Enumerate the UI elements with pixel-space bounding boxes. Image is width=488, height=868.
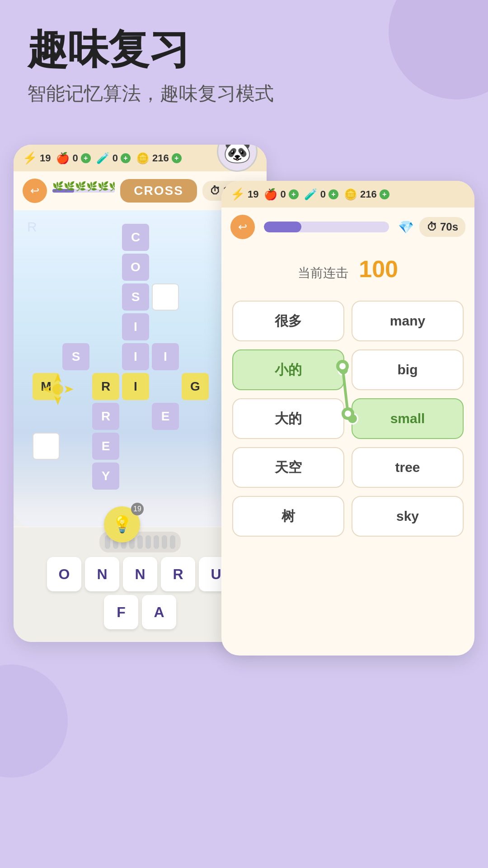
hint-count: 19 [131,503,144,515]
match-row-5: 树 sky [232,496,464,537]
right-game-header: ↩ 💎 ⏱ 70s [221,208,474,246]
apple-icon: 🍎 [56,152,70,165]
cell-empty-2 [33,433,60,460]
r-coin-plus[interactable]: + [380,189,389,199]
r-lightning-count: 19 [248,189,258,200]
apple-stat: 🍎 0 + [56,152,90,165]
right-stats-bar: ⚡ 19 🍎 0 + 🧪 0 + 🪙 216 + [221,181,474,208]
cell-E1: E [152,403,179,430]
svg-marker-0 [54,373,61,382]
streak-label: 当前连击 [298,266,348,280]
cell-empty-1 [152,283,179,311]
apple-count: 0 [72,152,78,164]
match-cell-tree[interactable]: tree [352,447,464,488]
potion-stat: 🧪 0 + [96,152,131,165]
match-cell-many[interactable]: many [352,301,464,341]
coin-stat: 🪙 216 + [136,152,182,165]
r-lightning-stat: ⚡ 19 [230,187,258,201]
key-N1[interactable]: N [85,557,119,591]
streak-section: 当前连击 100 [221,246,474,292]
key-F[interactable]: F [104,595,138,629]
key-N2[interactable]: N [123,557,157,591]
chinese-text-1: 很多 [275,312,302,330]
chinese-text-3: 大的 [275,410,302,428]
r-potion-stat: 🧪 0 + [304,188,338,201]
header-section: 趣味复习 智能记忆算法，趣味复习模式 [0,0,488,115]
chinese-text-5: 树 [282,507,295,526]
r-back-button[interactable]: ↩ [230,215,255,239]
coin-count: 216 [152,152,169,164]
key-R[interactable]: R [161,557,195,591]
cell-I2: I [122,343,149,370]
game-mode-badge: CROSS [120,179,197,203]
timer-icon: ⏱ [210,184,221,197]
svg-marker-3 [42,386,51,393]
r-coin-stat: 🪙 216 + [344,188,389,201]
potion-plus[interactable]: + [121,153,131,163]
r-potion-count: 0 [320,189,326,200]
english-text-1: many [390,313,425,329]
matching-area: 很多 many 小的 big 大的 [221,292,474,546]
cell-I3: I [152,343,179,370]
matching-card: ⚡ 19 🍎 0 + 🧪 0 + 🪙 216 + ↩ [221,181,474,656]
progress-bar [264,222,389,232]
match-cell-big[interactable]: big [352,349,464,390]
cell-I1: I [122,313,149,340]
match-cell-sky[interactable]: sky [352,496,464,537]
potion-icon: 🧪 [96,152,110,165]
r-apple-count: 0 [280,189,286,200]
match-cell-tiankong[interactable]: 天空 [232,447,344,488]
english-text-4: tree [395,460,420,475]
match-row-2: 小的 big [232,349,464,390]
cell-O: O [122,254,149,281]
coin-plus[interactable]: + [172,153,182,163]
apple-plus[interactable]: + [81,153,91,163]
svg-marker-2 [54,396,61,405]
match-row-3: 大的 small [232,398,464,439]
r-potion-plus[interactable]: + [328,189,338,199]
svg-point-4 [52,384,63,395]
r-apple-icon: 🍎 [264,188,277,201]
r-potion-icon: 🧪 [304,188,318,201]
lightning-count: 19 [40,152,51,164]
chinese-text-2: 小的 [275,361,302,379]
cell-S1: S [122,283,149,311]
r-apple-plus[interactable]: + [289,189,299,199]
right-timer: ⏱ 70s [419,217,465,237]
english-text-3: small [390,411,425,426]
gem-icon: 💎 [398,220,414,235]
match-row-4: 天空 tree [232,447,464,488]
progress-fill [264,222,301,232]
svg-marker-1 [65,386,74,393]
match-cell-dade[interactable]: 大的 [232,398,344,439]
r-apple-stat: 🍎 0 + [264,188,298,201]
cards-container: ⚡ 19 🍎 0 + 🧪 0 + 🪙 216 + ↩ [0,127,488,868]
match-cell-xiaode[interactable]: 小的 [232,349,344,390]
match-row-1: 很多 many [232,301,464,341]
back-button[interactable]: ↩ [23,179,47,203]
key-A[interactable]: A [142,595,176,629]
connector-dot-left-2 [338,364,349,376]
streak-value: 100 [359,255,398,283]
cell-S2: S [62,343,89,370]
cell-R2: R [92,403,119,430]
r-coin-icon: 🪙 [344,188,357,201]
hint-button[interactable]: 💡 19 [104,506,140,542]
potion-count: 0 [113,152,118,164]
match-cell-hendo[interactable]: 很多 [232,301,344,341]
lightning-icon: ⚡ [23,151,37,165]
r-coin-count: 216 [360,189,377,200]
cell-I4: I [122,373,149,400]
english-text-2: big [398,362,418,377]
main-title: 趣味复习 [27,27,461,72]
r-timer-value: 70s [440,221,458,233]
r-timer-icon: ⏱ [427,221,437,233]
match-cell-small[interactable]: small [352,398,464,439]
cell-G: G [182,373,209,400]
connector-dot-right-3 [347,413,358,425]
match-cell-shu[interactable]: 树 [232,496,344,537]
key-O[interactable]: O [47,557,81,591]
cell-E2: E [92,433,119,460]
cell-R1: R [92,373,119,400]
coin-icon: 🪙 [136,152,150,165]
